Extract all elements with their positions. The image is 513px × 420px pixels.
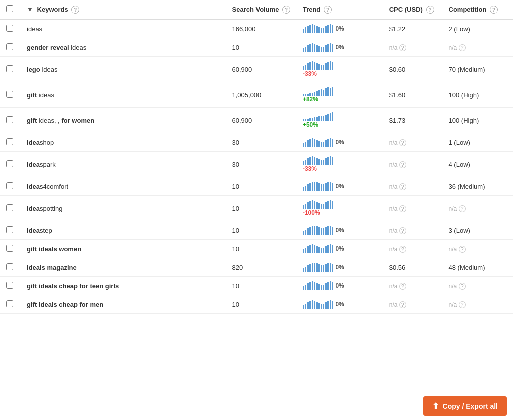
cpc-value: n/a ? — [389, 227, 406, 234]
trend-cell: +82% — [297, 82, 383, 108]
row-checkbox[interactable] — [6, 204, 13, 211]
competition-value: 100 (High) — [449, 117, 479, 124]
cpc-value: n/a ? — [389, 183, 406, 190]
sparkline — [303, 182, 334, 191]
row-checkbox-cell — [0, 277, 21, 295]
cpc-value: n/a ? — [389, 161, 406, 168]
row-checkbox[interactable] — [6, 91, 13, 98]
row-checkbox[interactable] — [6, 160, 13, 167]
keyword-cell: gender reveal ideas — [21, 38, 226, 57]
trend-cell: 0% — [297, 240, 383, 258]
row-checkbox-cell — [0, 38, 21, 57]
cpc-help-icon[interactable]: ? — [426, 6, 434, 14]
row-checkbox[interactable] — [6, 43, 13, 50]
select-all-checkbox[interactable] — [6, 5, 13, 12]
row-checkbox[interactable] — [6, 282, 13, 289]
cpc-help[interactable]: ? — [399, 227, 406, 234]
comp-help[interactable]: ? — [459, 44, 466, 51]
sparkline — [303, 300, 334, 309]
row-checkbox[interactable] — [6, 25, 13, 32]
keyword-cell: ideaspotting — [21, 196, 226, 221]
competition-cell: 4 (Low) — [443, 152, 513, 177]
cpc-value: $1.60 — [389, 91, 406, 99]
row-checkbox-cell — [0, 240, 21, 258]
footer-bar: ⬆ Copy / Export all — [403, 392, 513, 420]
competition-cell: n/a ? — [443, 38, 513, 57]
copy-export-icon: ⬆ — [432, 401, 439, 411]
trend-cell: -33% — [297, 152, 383, 177]
competition-value: 3 (Low) — [449, 227, 470, 234]
cpc-help[interactable]: ? — [399, 246, 406, 253]
table-row: gender reveal ideas10 0% n/a ?n/a ? — [0, 38, 513, 57]
row-checkbox[interactable] — [6, 226, 13, 233]
cpc-cell: n/a ? — [383, 177, 443, 196]
volume-cell: 30 — [226, 133, 296, 152]
keyword-cell: gift ideals cheap for men — [21, 295, 226, 314]
sparkline — [303, 263, 334, 272]
cpc-help[interactable]: ? — [399, 139, 406, 146]
cpc-help[interactable]: ? — [399, 183, 406, 190]
cpc-cell: $1.73 — [383, 108, 443, 133]
table-row: ideals magazine820 0% $0.5648 (Medium) — [0, 258, 513, 277]
competition-cell: 70 (Medium) — [443, 57, 513, 82]
keyword-cell: gift ideas, , for women — [21, 108, 226, 133]
keyword-cell: lego ideas — [21, 57, 226, 82]
cpc-cell: n/a ? — [383, 277, 443, 295]
copy-export-button[interactable]: ⬆ Copy / Export all — [423, 396, 507, 416]
sparkline — [303, 226, 334, 235]
keyword-cell: ideas4comfort — [21, 177, 226, 196]
volume-cell: 30 — [226, 152, 296, 177]
keyword-cell: ideaspark — [21, 152, 226, 177]
comp-help[interactable]: ? — [459, 246, 466, 253]
table-row: gift ideas, , for women60,900 +50% $1.73… — [0, 108, 513, 133]
cpc-help[interactable]: ? — [399, 161, 406, 168]
volume-cell: 60,900 — [226, 108, 296, 133]
competition-header-label: Competition — [449, 6, 487, 13]
row-checkbox[interactable] — [6, 182, 13, 189]
row-checkbox[interactable] — [6, 263, 13, 270]
cpc-value: $1.73 — [389, 117, 406, 124]
row-checkbox[interactable] — [6, 65, 13, 72]
cpc-help[interactable]: ? — [399, 301, 406, 308]
keywords-help-icon[interactable]: ? — [71, 6, 79, 14]
trend-percent: 0% — [335, 139, 344, 146]
row-checkbox-cell — [0, 258, 21, 277]
volume-cell: 60,900 — [226, 57, 296, 82]
cpc-header: CPC (USD) ? — [383, 0, 443, 19]
competition-help-icon[interactable]: ? — [490, 6, 498, 14]
trend-cell: -33% — [297, 57, 383, 82]
comp-help[interactable]: ? — [459, 301, 466, 308]
competition-cell: 36 (Medium) — [443, 177, 513, 196]
keyword-cell: gift ideals women — [21, 240, 226, 258]
trend-header: Trend ? — [297, 0, 383, 19]
comp-help[interactable]: ? — [459, 205, 466, 212]
competition-cell: 3 (Low) — [443, 221, 513, 240]
cpc-help[interactable]: ? — [399, 283, 406, 290]
competition-value: 70 (Medium) — [449, 66, 485, 73]
cpc-help[interactable]: ? — [399, 205, 406, 212]
competition-value: 36 (Medium) — [449, 183, 485, 190]
row-checkbox-cell — [0, 108, 21, 133]
trend-percent: +82% — [303, 96, 318, 103]
volume-help-icon[interactable]: ? — [282, 6, 290, 14]
cpc-value: n/a ? — [389, 205, 406, 212]
sparkline — [303, 200, 334, 209]
row-checkbox[interactable] — [6, 300, 13, 307]
row-checkbox[interactable] — [6, 116, 13, 123]
competition-cell: n/a ? — [443, 240, 513, 258]
row-checkbox[interactable] — [6, 245, 13, 252]
competition-cell: 48 (Medium) — [443, 258, 513, 277]
sparkline — [303, 281, 334, 290]
row-checkbox-cell — [0, 19, 21, 38]
trend-help-icon[interactable]: ? — [324, 6, 332, 14]
table-row: gift ideals cheap for teen girls10 0% n/… — [0, 277, 513, 295]
cpc-cell: n/a ? — [383, 221, 443, 240]
row-checkbox[interactable] — [6, 138, 13, 145]
table-row: ideaspark30 -33% n/a ?4 (Low) — [0, 152, 513, 177]
cpc-help[interactable]: ? — [399, 44, 406, 51]
competition-value: n/a ? — [449, 205, 466, 212]
trend-header-label: Trend — [303, 6, 320, 13]
keyword-cell: ideashop — [21, 133, 226, 152]
comp-help[interactable]: ? — [459, 283, 466, 290]
trend-cell: -100% — [297, 196, 383, 221]
